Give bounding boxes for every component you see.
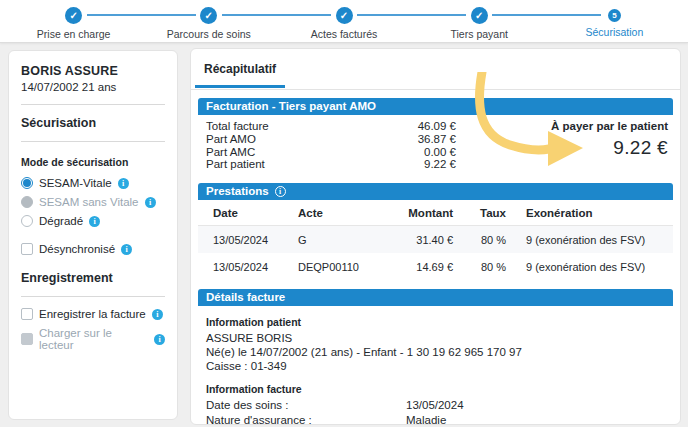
cell-exoneration: 9 (exonération des FSV): [506, 261, 658, 273]
col-acte: Acte: [298, 207, 408, 219]
recap-content: Facturation - Tiers payant AMO Total fac…: [191, 90, 680, 427]
checkbox-disabled-icon: [21, 333, 33, 345]
amount-value: 36.87 €: [418, 133, 456, 146]
radio-sesam-vitale[interactable]: SESAM-Vitale: [21, 177, 165, 189]
stepper: Prise en charge Parcours de soins Actes …: [0, 0, 688, 42]
patient-name: BORIS ASSURE: [21, 64, 165, 78]
cell-taux: 80 %: [453, 234, 506, 246]
col-date: Date: [213, 207, 298, 219]
patient-caisse: Caisse : 01-349: [206, 359, 665, 373]
check-circle-icon: [471, 7, 488, 24]
amount-label: Part patient: [206, 158, 265, 171]
step-label: Actes facturés: [311, 28, 378, 40]
info-icon[interactable]: [275, 186, 286, 197]
recapitulatif-panel: Récapitulatif Facturation - Tiers payant…: [190, 48, 681, 425]
step-label: Tiers payant: [451, 28, 508, 40]
cell-date: 13/05/2024: [213, 234, 298, 246]
tab-recapitulatif[interactable]: Récapitulatif: [195, 49, 285, 88]
stepper-bar: Prise en charge Parcours de soins Actes …: [0, 0, 688, 43]
radio-label: SESAM-Vitale: [39, 177, 112, 189]
col-exoneration: Exonération: [506, 207, 658, 219]
cell-montant: 31.40 €: [408, 234, 453, 246]
details-facture-body: Information patient ASSURE BORIS Né(e) l…: [198, 306, 673, 427]
tab-bar: Récapitulatif: [191, 49, 680, 90]
details-facture-header: Détails facture: [198, 289, 673, 306]
information-patient-title: Information patient: [206, 316, 665, 328]
cell-montant: 14.69 €: [408, 261, 453, 273]
facturation-rows: Total facture 46.09 € Part AMO 36.87 € P…: [206, 120, 456, 171]
cell-exoneration: 9 (exonération des FSV): [506, 234, 658, 246]
stepper-step-securisation[interactable]: 5 Sécurisation: [547, 0, 682, 42]
checkbox-unchecked-icon[interactable]: [21, 243, 33, 255]
checkbox-label: Charger sur le lecteur: [39, 327, 148, 351]
amount-label: Part AMC: [206, 146, 255, 159]
pay-amount: 9.22 €: [551, 137, 668, 159]
prestations-table: Date Acte Montant Taux Exonération 13/05…: [198, 200, 673, 280]
info-icon[interactable]: [89, 216, 100, 227]
information-facture-title: Information facture: [206, 383, 665, 395]
amount-row: Total facture 46.09 €: [206, 120, 456, 133]
stepper-step-tiers-payant[interactable]: Tiers payant: [412, 0, 547, 42]
amount-value: 46.09 €: [418, 120, 456, 133]
col-montant: Montant: [408, 207, 453, 219]
detail-value: 13/05/2024: [406, 398, 464, 413]
detail-label: Nature d'assurance :: [206, 413, 406, 427]
cell-acte: DEQP00110: [298, 261, 408, 273]
facturation-header: Facturation - Tiers payant AMO: [198, 98, 673, 115]
divider: [21, 296, 165, 297]
step-number-circle: 5: [608, 9, 621, 22]
table-row: 13/05/2024 DEQP00110 14.69 € 80 % 9 (exo…: [198, 253, 673, 280]
detail-row: Date des soins : 13/05/2024: [206, 398, 665, 413]
patient-birthdate-age: 14/07/2002 21 ans: [21, 81, 165, 93]
info-icon[interactable]: [145, 197, 156, 208]
sidebar-section-title: Sécurisation: [21, 116, 165, 130]
detail-label: Date des soins :: [206, 398, 406, 413]
enregistrement-title: Enregistrement: [21, 271, 165, 285]
checkbox-label: Désynchronisé: [39, 243, 115, 255]
stepper-step-parcours-de-soins[interactable]: Parcours de soins: [141, 0, 276, 42]
radio-label: SESAM sans Vitale: [39, 196, 139, 208]
prestations-header: Prestations: [198, 183, 673, 200]
divider: [21, 141, 165, 142]
cell-taux: 80 %: [453, 261, 506, 273]
detail-value: Maladie: [406, 413, 446, 427]
checkbox-label: Enregistrer la facture: [39, 308, 146, 320]
table-header-row: Date Acte Montant Taux Exonération: [198, 200, 673, 226]
patient-birth-nir: Né(e) le 14/07/2002 (21 ans) - Enfant - …: [206, 345, 665, 359]
check-circle-icon: [336, 7, 353, 24]
amount-row: Part patient 9.22 €: [206, 158, 456, 171]
pay-label: À payer par le patient: [551, 120, 668, 132]
info-icon[interactable]: [118, 178, 129, 189]
stepper-step-actes-factures[interactable]: Actes facturés: [276, 0, 411, 42]
amount-label: Part AMO: [206, 133, 256, 146]
amount-value: 9.22 €: [424, 158, 456, 171]
checkbox-unchecked-icon[interactable]: [21, 308, 33, 320]
radio-checked-icon[interactable]: [21, 177, 33, 189]
step-label: Parcours de soins: [167, 28, 251, 40]
checkbox-charger-lecteur: Charger sur le lecteur: [21, 327, 165, 351]
amount-label: Total facture: [206, 120, 269, 133]
table-row: 13/05/2024 G 31.40 € 80 % 9 (exonération…: [198, 226, 673, 253]
info-icon[interactable]: [121, 244, 132, 255]
cell-date: 13/05/2024: [213, 261, 298, 273]
info-icon[interactable]: [152, 309, 163, 320]
check-circle-icon: [200, 7, 217, 24]
amount-row: Part AMC 0.00 €: [206, 146, 456, 159]
divider: [21, 104, 165, 105]
checkbox-enregistrer-facture[interactable]: Enregistrer la facture: [21, 308, 165, 320]
checkbox-desynchronise[interactable]: Désynchronisé: [21, 243, 165, 255]
amount-value: 0.00 €: [424, 146, 456, 159]
stepper-step-prise-en-charge[interactable]: Prise en charge: [6, 0, 141, 42]
patient-fullname: ASSURE BORIS: [206, 331, 665, 345]
cell-acte: G: [298, 234, 408, 246]
radio-disabled-icon: [21, 196, 33, 208]
col-taux: Taux: [453, 207, 506, 219]
step-label: Prise en charge: [37, 28, 111, 40]
prestations-title: Prestations: [206, 185, 269, 198]
radio-degrade[interactable]: Dégradé: [21, 215, 165, 227]
securisation-sidebar: BORIS ASSURE 14/07/2002 21 ans Sécurisat…: [8, 50, 178, 420]
radio-unchecked-icon[interactable]: [21, 215, 33, 227]
mode-securisation-label: Mode de sécurisation: [21, 156, 165, 168]
info-icon[interactable]: [154, 334, 165, 345]
facturation-body: Total facture 46.09 € Part AMO 36.87 € P…: [198, 115, 673, 183]
